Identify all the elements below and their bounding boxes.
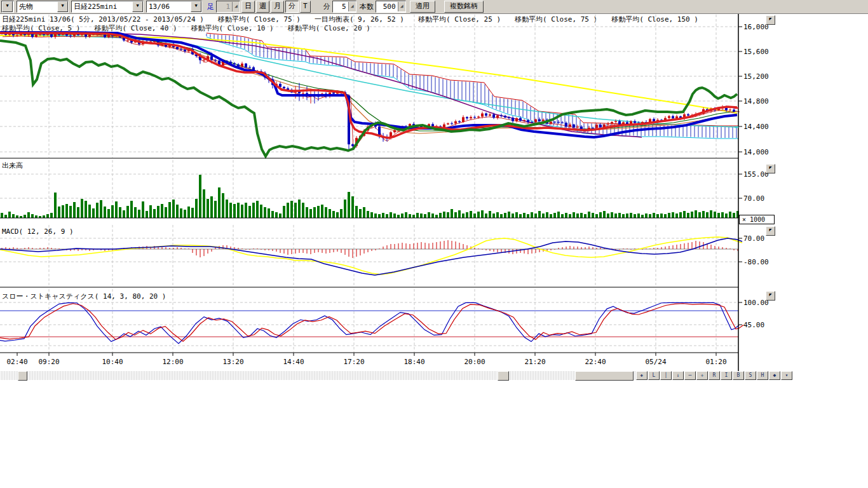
volume-axis-tick: 155.00: [743, 170, 769, 179]
multi-symbol-button[interactable]: 複数銘柄: [444, 1, 484, 13]
chevron-down-icon[interactable]: ▼: [132, 1, 143, 12]
chart-tool-button[interactable]: R: [709, 371, 720, 380]
mini-combo[interactable]: ▼: [1, 1, 14, 13]
stoch-axis-expand-button[interactable]: ◤: [766, 291, 775, 301]
chart-tool-button[interactable]: S: [745, 371, 756, 380]
period-tick-button[interactable]: T: [300, 1, 311, 13]
chart-tool-button[interactable]: ✚: [636, 371, 648, 380]
chart-tool-button[interactable]: B: [733, 371, 744, 380]
macd-axis-tick: -80.00: [743, 258, 769, 266]
contract-month-value: 13/06: [147, 3, 191, 11]
time-axis-tick: 14:40: [283, 358, 304, 366]
chart-tool-button[interactable]: I: [721, 371, 732, 380]
scrollbar-left-handle[interactable]: [18, 371, 27, 381]
spinner-grip-icon[interactable]: ◢: [398, 2, 405, 11]
bar-count-label: 本数: [360, 2, 374, 11]
chart-tool-button[interactable]: H: [757, 371, 768, 380]
period-week-button[interactable]: 週: [256, 1, 269, 13]
time-axis-tick: 01:20: [705, 358, 726, 366]
minute-value: 5: [333, 3, 348, 11]
time-axis-tick: 21:20: [524, 358, 545, 366]
period-month-button[interactable]: 月: [271, 1, 284, 13]
volume-axis-expand-button[interactable]: ◤: [766, 164, 775, 173]
chart-tool-mini-buttons: ✚L│↓─＋RIBSH◆▾: [636, 371, 793, 380]
chart-tool-button[interactable]: ＋: [696, 371, 708, 380]
time-axis-tick: 18:40: [403, 358, 424, 366]
price-axis-tick: 14,000: [743, 148, 769, 156]
ashi-label: 足: [207, 2, 214, 11]
period-day-button[interactable]: 日: [241, 1, 255, 13]
price-axis-tick: 16,000: [743, 23, 769, 31]
chart-tool-button[interactable]: ↓: [672, 371, 684, 380]
macd-axis-tick: 70.00: [743, 234, 764, 243]
chart-canvas[interactable]: [0, 0, 868, 381]
chevron-down-icon[interactable]: ▼: [57, 1, 68, 12]
chart-tool-button[interactable]: ▾: [781, 371, 792, 380]
ashi-count-value: 1: [217, 3, 232, 11]
bottom-scrollbar-strip: ✚L│↓─＋RIBSH◆▾: [0, 371, 779, 380]
minute-spinner[interactable]: 5 ◢: [332, 1, 356, 13]
instrument-type-combo[interactable]: 先物 ▼: [17, 1, 69, 13]
volume-panel-label: 出来高: [2, 161, 23, 170]
spinner-grip-icon: ◢: [232, 2, 240, 11]
bar-count-value: 500: [376, 3, 398, 11]
instrument-value: 日経225mini: [72, 2, 132, 11]
spinner-grip-icon[interactable]: ◢: [348, 2, 356, 11]
price-axis-tick: 14,800: [743, 97, 769, 105]
bar-count-spinner[interactable]: 500 ◢: [376, 1, 406, 13]
contract-month-combo[interactable]: 13/06 ▼: [146, 1, 202, 13]
apply-button[interactable]: 適用: [410, 1, 435, 13]
instrument-type-value: 先物: [17, 2, 57, 11]
price-axis-expand-button[interactable]: ◤: [766, 15, 775, 25]
chart-tool-button[interactable]: │: [660, 371, 672, 380]
ashi-count-spinner: 1 ◢: [216, 1, 240, 13]
macd-axis-expand-button[interactable]: ◤: [766, 226, 775, 236]
scrollbar-mid-handle[interactable]: [498, 371, 509, 381]
chevron-down-icon[interactable]: ▼: [2, 1, 13, 12]
time-axis-tick: 22:40: [585, 358, 606, 366]
main-toolbar: ▼ 先物 ▼ 日経225mini ▼ 13/06 ▼ 足 1 ◢ 日 週 月 分…: [0, 0, 868, 14]
chart-tool-button[interactable]: ─: [684, 371, 696, 380]
horizontal-scrollbar-thumb[interactable]: [575, 371, 634, 381]
price-axis-tick: 15,600: [743, 48, 769, 56]
instrument-combo[interactable]: 日経225mini ▼: [71, 1, 144, 13]
chart-tool-button[interactable]: L: [648, 371, 660, 380]
time-axis-tick: 10:40: [102, 358, 123, 366]
time-axis-tick: 20:00: [464, 358, 485, 366]
chevron-down-icon[interactable]: ▼: [191, 1, 201, 12]
chart-tool-button[interactable]: ◆: [769, 371, 780, 380]
price-axis-tick: 14,400: [743, 123, 769, 131]
time-axis-tick: 05/24: [645, 358, 666, 366]
time-axis-tick: 02:40: [6, 358, 27, 366]
price-axis-tick: 15,200: [743, 72, 769, 81]
stoch-panel-label: スロー・ストキャスティクス( 14, 3, 80, 20 ): [2, 292, 166, 301]
volume-axis-tick: 70.00: [743, 194, 764, 203]
chart-application-window: ▼ 先物 ▼ 日経225mini ▼ 13/06 ▼ 足 1 ◢ 日 週 月 分…: [0, 0, 868, 488]
stoch-axis-tick: 45.00: [743, 321, 764, 329]
volume-multiplier-badge: × 1000: [739, 215, 775, 224]
time-axis-tick: 17:20: [343, 358, 364, 366]
horizontal-scrollbar-track[interactable]: [0, 371, 635, 380]
time-axis-tick: 12:00: [162, 358, 183, 366]
macd-panel-label: MACD( 12, 26, 9 ): [2, 227, 74, 236]
minute-label: 分: [323, 2, 330, 11]
stoch-axis-tick: 100.00: [743, 299, 769, 307]
period-minute-button[interactable]: 分: [285, 1, 299, 13]
time-axis-tick: 13:20: [222, 358, 243, 366]
time-axis-tick: 09:20: [38, 358, 59, 366]
